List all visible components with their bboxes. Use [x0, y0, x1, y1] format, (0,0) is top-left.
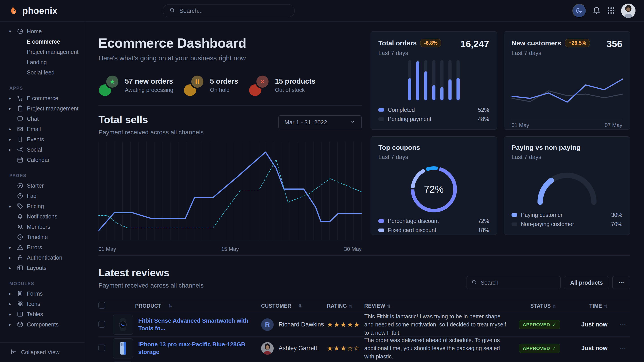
sidebar-item-layouts[interactable]: ▸Layouts [0, 263, 85, 273]
sidebar-item-faq[interactable]: Faq [0, 191, 85, 201]
stats-row: ★ 57 new orders Awating processing 5 ord… [98, 74, 362, 96]
sidebar-item-components[interactable]: ▸Components [0, 319, 85, 330]
caret-icon: ▸ [9, 126, 16, 132]
orders-bar-chart [408, 60, 460, 100]
order-bar [432, 60, 436, 100]
product-link[interactable]: Fitbit Sense Advanced Smartwatch with To… [138, 317, 261, 332]
sidebar-item-home[interactable]: ▾Home [0, 26, 85, 36]
collapse-icon [10, 348, 16, 357]
new-customers-chart [512, 61, 622, 118]
select-all-checkbox[interactable] [98, 302, 105, 309]
all-products-button[interactable]: All products [564, 276, 609, 289]
stat-value: 5 orders [210, 77, 238, 85]
sidebar-item-calendar[interactable]: Calendar [0, 155, 85, 165]
row-actions-button[interactable]: ⋯ [620, 345, 630, 352]
date-range-value: Mar 1 - 31, 2022 [284, 119, 327, 126]
customer-name: Ashley Garrett [278, 345, 317, 352]
sidebar-item-notifications[interactable]: Notifications [0, 211, 85, 222]
sidebar-item-forms[interactable]: ▸Forms [0, 289, 85, 299]
reviews-search-input[interactable] [481, 280, 556, 286]
sidebar-item-events[interactable]: ▸Events [0, 134, 85, 144]
caret-icon: ▸ [9, 106, 16, 111]
status-badge: APPROVED✓ [519, 344, 560, 353]
order-bar [440, 60, 444, 100]
sidebar-section-pages: PAGES [0, 165, 85, 180]
card-title: Top coupons [378, 144, 420, 151]
stat-out-of-stock: × 15 products Out of stock [248, 74, 316, 96]
card-title: Total orders [378, 39, 417, 47]
reviews-search[interactable] [466, 276, 560, 289]
user-avatar[interactable] [621, 3, 636, 18]
collapse-view-button[interactable]: Collapsed View [0, 342, 85, 362]
sidebar-item-tables[interactable]: ▸Tables [0, 309, 85, 319]
moon-icon [576, 7, 583, 15]
stat-new-orders: ★ 57 new orders Awating processing [98, 74, 173, 96]
apps-grid-button[interactable] [607, 6, 615, 15]
column-header-customer[interactable]: CUSTOMER⇅ [261, 303, 327, 309]
notifications-button[interactable] [592, 6, 601, 16]
row-checkbox[interactable] [98, 321, 105, 328]
table-row: Fitbit Sense Advanced Smartwatch with To… [98, 313, 630, 337]
sort-icon: ⇅ [168, 304, 172, 309]
sidebar-item-project-management[interactable]: Project management [0, 47, 85, 57]
caret-icon: ▸ [9, 322, 16, 327]
sidebar-item-e-commerce[interactable]: ▸E commerce [0, 93, 85, 103]
sidebar-item-pricing[interactable]: ▸Pricing [0, 201, 85, 211]
customer-avatar-letter[interactable]: R [261, 318, 274, 331]
date-range-select[interactable]: Mar 1 - 31, 2022 [278, 115, 362, 129]
sidebar-item-starter[interactable]: Starter [0, 180, 85, 191]
sidebar-item-social[interactable]: ▸Social [0, 144, 85, 155]
stat-orders-on-hold: 5 orders On hold [184, 74, 238, 96]
sidebar-item-project-management[interactable]: ▸Project management [0, 103, 85, 114]
card-total-orders: Total orders -6.8% Last 7 days 16,247 [370, 31, 497, 130]
sidebar-item-email[interactable]: ▸Email [0, 124, 85, 134]
column-header-status[interactable]: STATUS⇅ [519, 303, 564, 309]
column-header-time[interactable]: TIME⇅ [564, 303, 620, 309]
total-sells-chart [98, 142, 362, 243]
product-thumbnail-iphone[interactable] [113, 338, 133, 359]
column-header-product[interactable]: PRODUCT⇅ [113, 303, 261, 309]
sidebar-item-social-feed[interactable]: Social feed [0, 67, 85, 78]
top-navbar: phoenix [0, 0, 644, 22]
row-actions-button[interactable]: ⋯ [620, 321, 630, 328]
order-bar [416, 60, 419, 100]
sidebar-item-members[interactable]: Members [0, 222, 85, 232]
reviews-more-button[interactable]: ⋯ [612, 276, 630, 289]
column-header-rating[interactable]: RATING⇅ [327, 303, 364, 309]
collapse-label: Collapsed View [21, 349, 60, 356]
paying-gauge-chart [512, 166, 622, 207]
clipboard-icon [16, 105, 27, 112]
sidebar-item-timeline[interactable]: Timeline [0, 232, 85, 242]
sidebar-item-chat[interactable]: Chat [0, 114, 85, 124]
card-period: Last 7 days [378, 154, 420, 161]
order-bar [408, 60, 411, 100]
brand-logo[interactable]: phoenix [8, 5, 58, 16]
layout-icon [16, 264, 27, 272]
global-search[interactable] [163, 4, 295, 17]
phoenix-flame-icon [8, 5, 19, 16]
check-icon: ✓ [552, 346, 556, 351]
customer-avatar-photo[interactable] [261, 342, 274, 355]
sidebar-item-e-commerce[interactable]: E commerce [0, 36, 85, 47]
main-content: Ecommerce Dashboard Here's what's going … [85, 22, 644, 362]
sidebar-item-errors[interactable]: ▸Errors [0, 242, 85, 252]
sidebar-item-landing[interactable]: Landing [0, 57, 85, 67]
sidebar-item-icons[interactable]: ▸Icons [0, 299, 85, 309]
order-bar [448, 60, 452, 100]
product-link[interactable]: iPhone 13 pro max-Pacific Blue-128GB sto… [138, 341, 261, 356]
card-title: Paying vs non paying [512, 144, 580, 151]
reviews-subtitle: Payment received across all channels [98, 282, 204, 289]
row-checkbox[interactable] [98, 345, 105, 351]
caret-icon: ▸ [9, 95, 16, 101]
column-header-review[interactable]: REVIEW⇅ [364, 303, 519, 309]
theme-toggle-button[interactable] [572, 4, 586, 18]
sidebar-nav: ▾HomeE commerceProject managementLanding… [0, 26, 85, 330]
global-search-input[interactable] [180, 7, 288, 14]
stat-label: Awating processing [125, 87, 173, 93]
legend-row: Completed 52% [378, 107, 489, 113]
star-icon: ★ [105, 74, 120, 89]
caret-icon: ▸ [9, 265, 16, 271]
sidebar-item-authentication[interactable]: ▸Authentication [0, 252, 85, 263]
total-sells-title: Total sells [98, 114, 204, 126]
product-thumbnail-smartwatch[interactable] [113, 315, 133, 335]
